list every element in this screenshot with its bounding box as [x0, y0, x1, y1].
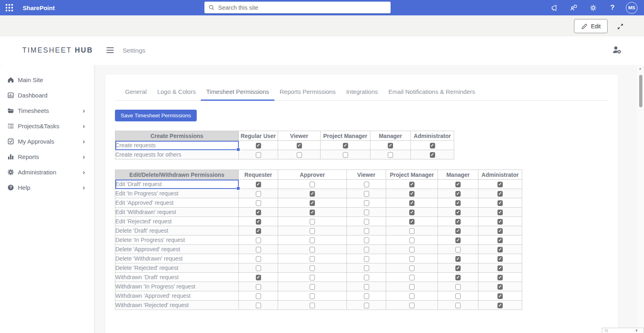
permission-checkbox-edit-rejected-request-project-manager[interactable]: [409, 219, 414, 225]
permission-row-label-delete-rejected-request[interactable]: Delete 'Rejected' request: [115, 263, 239, 273]
permission-checkbox-delete-approved-request-manager[interactable]: [455, 247, 461, 252]
permission-checkbox-edit-rejected-request-manager[interactable]: [455, 219, 461, 225]
permission-checkbox-edit-withdrawn-request-requester[interactable]: [256, 210, 261, 215]
permission-checkbox-delete-rejected-request-project-manager[interactable]: [409, 265, 414, 271]
sidebar-item-main-site[interactable]: Main Site: [0, 72, 94, 87]
permission-row-label-withdrawn-approved-request[interactable]: Withdrawn 'Approved' request: [115, 291, 239, 301]
permission-checkbox-edit-in-progress-request-project-manager[interactable]: [409, 191, 414, 197]
permission-checkbox-delete-approved-request-viewer[interactable]: [364, 247, 369, 252]
sharepoint-brand[interactable]: SharePoint: [23, 4, 55, 11]
permission-checkbox-edit-in-progress-request-approver[interactable]: [310, 191, 315, 197]
permission-row-label-edit-withdrawn-request[interactable]: Edit 'Withdrawn' request: [115, 208, 239, 217]
permission-checkbox-edit-draft-request-administrator[interactable]: [497, 182, 503, 187]
permission-checkbox-delete-in-progress-request-project-manager[interactable]: [409, 238, 414, 243]
permission-checkbox-delete-withdrawn-request-administrator[interactable]: [497, 256, 503, 262]
permission-row-label-delete-approved-request[interactable]: Delete 'Approved' request: [115, 245, 239, 254]
permission-checkbox-withdrawn-approved-request-viewer[interactable]: [364, 293, 369, 299]
permission-checkbox-create-requests-regular-user[interactable]: [256, 143, 261, 148]
permission-checkbox-delete-withdrawn-request-approver[interactable]: [310, 256, 315, 262]
permission-checkbox-delete-withdrawn-request-manager[interactable]: [455, 256, 461, 262]
permission-checkbox-delete-withdrawn-request-requester[interactable]: [256, 256, 261, 262]
permission-checkbox-delete-draft-request-approver[interactable]: [310, 228, 315, 234]
user-settings-icon[interactable]: [612, 45, 623, 56]
permission-checkbox-edit-rejected-request-approver[interactable]: [310, 219, 315, 225]
tab-email-notifications-reminders[interactable]: Email Notifications & Reminders: [383, 84, 480, 100]
permission-checkbox-edit-rejected-request-viewer[interactable]: [364, 219, 369, 225]
permission-checkbox-create-requests-for-others-manager[interactable]: [388, 152, 393, 158]
permission-checkbox-edit-approved-request-manager[interactable]: [455, 200, 461, 206]
permission-checkbox-delete-draft-request-project-manager[interactable]: [409, 228, 414, 234]
sidebar-item-timesheets[interactable]: Timesheets›: [0, 103, 94, 118]
permission-row-label-delete-withdrawn-request[interactable]: Delete 'Withdrawn' request: [115, 254, 239, 263]
permission-checkbox-create-requests-for-others-administrator[interactable]: [430, 152, 435, 158]
search-input[interactable]: [218, 4, 387, 11]
vertical-scrollbar[interactable]: ▲: [637, 65, 644, 333]
permission-checkbox-withdrawn-in-progress-request-administrator[interactable]: [497, 284, 503, 290]
permission-checkbox-withdrawn-in-progress-request-manager[interactable]: [455, 284, 461, 290]
permission-checkbox-withdrawn-in-progress-request-requester[interactable]: [256, 284, 261, 290]
permission-checkbox-edit-in-progress-request-viewer[interactable]: [364, 191, 369, 197]
megaphone-icon[interactable]: [548, 2, 560, 14]
app-launcher-icon[interactable]: [0, 0, 19, 15]
permission-row-label-delete-in-progress-request[interactable]: Delete 'In Progress' request: [115, 235, 239, 245]
permission-checkbox-withdrawn-draft-request-approver[interactable]: [310, 275, 315, 280]
permission-checkbox-delete-withdrawn-request-viewer[interactable]: [364, 256, 369, 262]
permission-checkbox-create-requests-project-manager[interactable]: [343, 143, 348, 148]
permission-row-label-edit-rejected-request[interactable]: Edit 'Rejected' request: [115, 217, 239, 226]
org-icon[interactable]: [567, 2, 580, 14]
permission-checkbox-edit-rejected-request-administrator[interactable]: [497, 219, 503, 225]
permission-row-label-edit-in-progress-request[interactable]: Edit 'In Progress' request: [115, 189, 239, 198]
permission-checkbox-edit-approved-request-viewer[interactable]: [364, 200, 369, 206]
permission-checkbox-edit-draft-request-approver[interactable]: [310, 182, 315, 187]
permission-checkbox-edit-draft-request-project-manager[interactable]: [409, 182, 414, 187]
permission-checkbox-delete-in-progress-request-approver[interactable]: [310, 238, 315, 243]
permission-checkbox-delete-approved-request-requester[interactable]: [256, 247, 261, 252]
permission-checkbox-edit-withdrawn-request-project-manager[interactable]: [409, 210, 414, 215]
tab-general[interactable]: General: [120, 84, 152, 100]
permission-checkbox-withdrawn-in-progress-request-approver[interactable]: [310, 284, 315, 290]
permission-checkbox-delete-approved-request-project-manager[interactable]: [409, 247, 414, 252]
permission-checkbox-delete-withdrawn-request-project-manager[interactable]: [409, 256, 414, 262]
permission-checkbox-delete-rejected-request-administrator[interactable]: [497, 265, 503, 271]
permission-checkbox-edit-approved-request-approver[interactable]: [310, 200, 315, 206]
tab-reports-permissions[interactable]: Reports Permissions: [274, 84, 341, 100]
permission-checkbox-withdrawn-draft-request-viewer[interactable]: [364, 275, 369, 280]
hamburger-menu-icon[interactable]: [106, 45, 117, 55]
permission-checkbox-withdrawn-approved-request-requester[interactable]: [256, 293, 261, 299]
permission-checkbox-withdrawn-approved-request-administrator[interactable]: [497, 293, 503, 299]
permission-checkbox-delete-draft-request-manager[interactable]: [455, 228, 461, 234]
permission-checkbox-withdrawn-rejected-request-viewer[interactable]: [364, 303, 369, 308]
permission-checkbox-edit-in-progress-request-requester[interactable]: [256, 191, 261, 197]
app-logo[interactable]: TIMESHEET HUB: [22, 46, 93, 55]
scroll-down-icon[interactable]: ▼: [635, 329, 638, 333]
permission-checkbox-withdrawn-rejected-request-approver[interactable]: [310, 303, 315, 308]
permission-checkbox-withdrawn-draft-request-requester[interactable]: [256, 275, 261, 280]
scrollbar-thumb[interactable]: [639, 75, 642, 107]
permission-checkbox-delete-draft-request-requester[interactable]: [256, 228, 261, 234]
help-icon[interactable]: ?: [606, 2, 618, 14]
permission-checkbox-withdrawn-rejected-request-requester[interactable]: [256, 303, 261, 308]
permission-checkbox-edit-withdrawn-request-viewer[interactable]: [364, 210, 369, 215]
permission-checkbox-delete-draft-request-viewer[interactable]: [364, 228, 369, 234]
tab-logo-colors[interactable]: Logo & Colors: [152, 84, 201, 100]
sidebar-item-help[interactable]: ?Help›: [0, 180, 94, 195]
sidebar-item-my-approvals[interactable]: My Approvals›: [0, 134, 94, 149]
permission-checkbox-create-requests-viewer[interactable]: [297, 143, 302, 148]
permission-checkbox-withdrawn-draft-request-project-manager[interactable]: [409, 275, 414, 280]
expand-icon[interactable]: [616, 22, 625, 31]
permission-checkbox-edit-approved-request-administrator[interactable]: [497, 200, 503, 206]
permission-checkbox-delete-rejected-request-requester[interactable]: [256, 265, 261, 271]
permission-checkbox-delete-approved-request-approver[interactable]: [310, 247, 315, 252]
permission-row-label-create-requests[interactable]: Create requests: [115, 141, 239, 150]
permission-checkbox-withdrawn-approved-request-project-manager[interactable]: [409, 293, 414, 299]
permission-checkbox-withdrawn-rejected-request-administrator[interactable]: [497, 303, 503, 308]
edit-button[interactable]: Edit: [574, 19, 608, 33]
permission-checkbox-create-requests-for-others-regular-user[interactable]: [256, 152, 261, 158]
permission-checkbox-edit-draft-request-viewer[interactable]: [364, 182, 369, 187]
permission-checkbox-create-requests-for-others-project-manager[interactable]: [343, 152, 348, 158]
permission-checkbox-delete-approved-request-administrator[interactable]: [497, 247, 503, 252]
permission-checkbox-edit-withdrawn-request-administrator[interactable]: [497, 210, 503, 215]
permission-checkbox-withdrawn-in-progress-request-viewer[interactable]: [364, 284, 369, 290]
permission-checkbox-withdrawn-approved-request-manager[interactable]: [455, 293, 461, 299]
permission-checkbox-delete-draft-request-administrator[interactable]: [497, 228, 503, 234]
